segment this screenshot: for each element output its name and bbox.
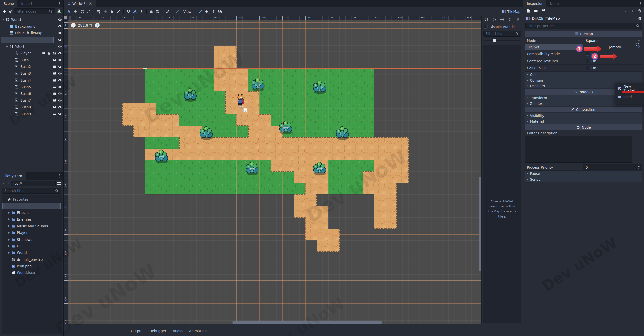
- new-scene-tab-button[interactable]: +: [96, 0, 105, 7]
- tab-filesystem[interactable]: FileSystem: [0, 172, 26, 180]
- expand-arrow[interactable]: [11, 113, 14, 115]
- grid-snap-toggle[interactable]: [132, 8, 138, 15]
- scene-tree-row[interactable]: Player: [0, 50, 63, 57]
- file-tree-row[interactable]: default_env.tres: [2, 256, 62, 263]
- dropdown-menu-item[interactable]: New TileSet: [615, 84, 644, 93]
- tab-scene[interactable]: Scene: [0, 0, 17, 7]
- group-badge-icon[interactable]: [53, 51, 56, 55]
- visibility-eye-icon[interactable]: [58, 98, 62, 102]
- lock-object-button[interactable]: [148, 8, 155, 15]
- new-resource-button[interactable]: [526, 9, 530, 13]
- tab-inspector[interactable]: Inspector: [523, 0, 546, 7]
- property-section[interactable]: ▸Visibility: [525, 113, 642, 118]
- list-select-tool[interactable]: [95, 8, 102, 15]
- scene-tree-row[interactable]: YSort: [0, 43, 63, 50]
- rotate-right-button[interactable]: [492, 17, 496, 22]
- visibility-eye-icon[interactable]: [58, 78, 62, 82]
- expand-arrow[interactable]: [11, 65, 14, 68]
- pan-tool[interactable]: [109, 8, 115, 15]
- property-section[interactable]: ▸Script: [525, 176, 642, 182]
- expand-arrow[interactable]: [11, 52, 14, 54]
- expand-arrow[interactable]: [11, 59, 14, 61]
- pick-tile-tool[interactable]: [210, 8, 217, 15]
- skeleton-button[interactable]: [165, 8, 171, 15]
- property-section[interactable]: ▸Material: [525, 118, 642, 124]
- animation-badge-icon[interactable]: [53, 92, 56, 95]
- filter-properties-input[interactable]: Filter properties: [525, 23, 642, 29]
- scene-tree-row[interactable]: Bush9: [0, 110, 63, 117]
- history-forward-icon[interactable]: [7, 182, 10, 185]
- history-back-icon[interactable]: [2, 182, 6, 185]
- snap-options-menu[interactable]: [138, 8, 145, 15]
- expand-arrow[interactable]: [11, 72, 14, 75]
- expand-arrow[interactable]: [6, 25, 9, 28]
- clear-transform-button[interactable]: [516, 17, 520, 22]
- scene-tree-row[interactable]: Bush7: [0, 97, 63, 104]
- tilemap-editor-button[interactable]: TileMap: [502, 7, 520, 16]
- bucket-fill-tool[interactable]: [204, 8, 210, 15]
- animation-badge-icon[interactable]: [53, 98, 56, 102]
- expand-arrow[interactable]: [11, 92, 14, 95]
- visibility-eye-icon[interactable]: [58, 38, 62, 42]
- disable-autotile-checkbox[interactable]: [484, 25, 488, 29]
- file-tree-row[interactable]: Enemies: [2, 216, 62, 223]
- visibility-eye-icon[interactable]: [58, 45, 62, 48]
- property-section[interactable]: ▸Cell: [525, 72, 642, 77]
- animation-badge-icon[interactable]: [53, 105, 56, 109]
- visibility-eye-icon[interactable]: [58, 92, 62, 95]
- scene-tree-row[interactable]: World: [0, 16, 63, 23]
- scene-tree-row[interactable]: Bush2: [0, 63, 63, 70]
- file-tree-row[interactable]: UI: [2, 243, 62, 249]
- expand-arrow[interactable]: [4, 198, 6, 201]
- expand-arrow[interactable]: [8, 231, 10, 234]
- load-resource-button[interactable]: [534, 9, 538, 13]
- flip-vertical-button[interactable]: [508, 17, 512, 22]
- expand-arrow[interactable]: [8, 245, 10, 247]
- view-menu-button[interactable]: View: [181, 10, 194, 14]
- instance-scene-button[interactable]: [8, 9, 13, 14]
- spinner-icon[interactable]: [637, 165, 641, 169]
- expand-arrow[interactable]: [8, 271, 10, 274]
- tab-world-scene[interactable]: World(*) ✕: [64, 0, 96, 7]
- tab-import[interactable]: Import: [17, 0, 36, 7]
- scale-tool[interactable]: [86, 8, 92, 15]
- canvas-horizontal-scrollbar[interactable]: [232, 321, 382, 324]
- scene-tree-row[interactable]: Bush8: [0, 104, 63, 111]
- rotate-left-button[interactable]: [484, 17, 488, 22]
- expand-arrow[interactable]: [6, 38, 9, 41]
- dropdown-menu-item[interactable]: Load: [615, 93, 644, 101]
- scene-tree-row[interactable]: Bush: [0, 57, 63, 64]
- visibility-eye-icon[interactable]: [58, 51, 62, 55]
- file-tree-row[interactable]: Effects: [2, 209, 62, 216]
- path-breadcrumb[interactable]: res://: [11, 181, 56, 186]
- file-tree-row[interactable]: Favorites:: [2, 196, 62, 203]
- zoom-out-button[interactable]: −: [71, 23, 76, 28]
- tile-size-slider[interactable]: [484, 39, 520, 42]
- scene-tree-row[interactable]: Bush5: [0, 84, 63, 90]
- search-files-input[interactable]: Search files: [2, 188, 61, 194]
- animation-badge-icon[interactable]: [42, 51, 46, 55]
- animation-badge-icon[interactable]: [53, 72, 56, 75]
- property-section[interactable]: ▸Collision: [525, 77, 642, 83]
- add-node-button[interactable]: [2, 9, 7, 14]
- expand-arrow[interactable]: [6, 32, 9, 34]
- visibility-eye-icon[interactable]: [58, 105, 62, 109]
- expand-arrow[interactable]: [11, 106, 14, 108]
- expand-arrow[interactable]: [11, 79, 14, 82]
- expand-arrow[interactable]: [8, 225, 10, 227]
- animation-badge-icon[interactable]: [53, 78, 56, 82]
- expand-arrow[interactable]: [2, 18, 5, 21]
- file-tree-row[interactable]: Player: [2, 229, 62, 236]
- copy-selection-tool[interactable]: [217, 8, 223, 15]
- file-tree-row[interactable]: World.tscn: [2, 269, 62, 276]
- file-tree-row[interactable]: World: [2, 249, 62, 256]
- scene-tree-row[interactable]: Bush3: [0, 70, 63, 77]
- smart-snap-toggle[interactable]: [125, 8, 132, 15]
- bottom-tab[interactable]: Audio: [170, 329, 186, 333]
- visibility-eye-icon[interactable]: [58, 65, 62, 69]
- expand-arrow[interactable]: [6, 45, 9, 48]
- expand-arrow[interactable]: [8, 265, 10, 267]
- script-badge-icon[interactable]: [47, 51, 51, 55]
- file-tree-row[interactable]: Music and Sounds: [2, 223, 62, 229]
- zoom-in-button[interactable]: +: [95, 23, 100, 28]
